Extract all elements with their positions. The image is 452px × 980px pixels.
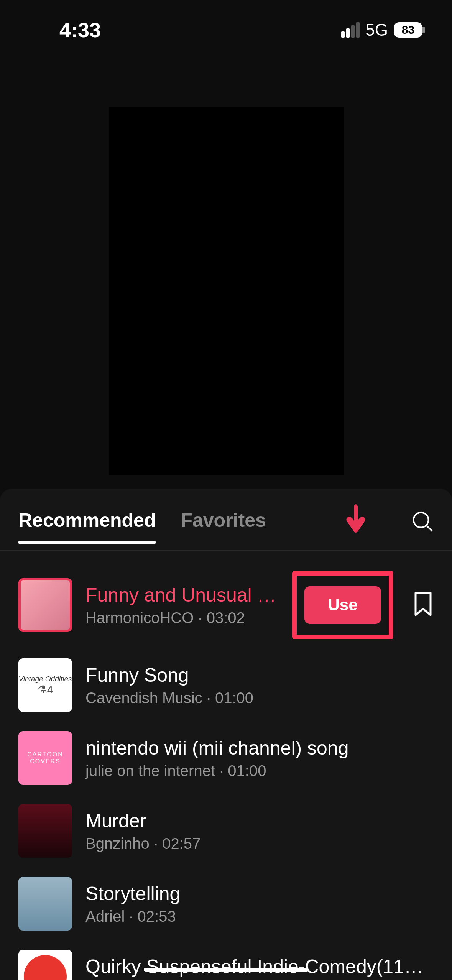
home-indicator[interactable] [144,968,309,972]
sound-meta: julie on the internet · 01:00 [85,762,434,779]
sound-meta: Cavendish Music · 01:00 [85,689,434,707]
sound-title: Funny and Unusual S… [85,584,279,606]
svg-line-1 [427,526,432,531]
sound-list[interactable]: Funny and Unusual S… HarmonicoHCO · 03:0… [0,551,452,980]
sound-row[interactable]: Murder Bgnzinho · 02:57 [18,794,434,867]
sound-title: Storytelling [85,883,434,905]
status-bar: 4:33 5G 83 [0,0,452,46]
battery-icon: 83 [394,22,425,38]
sound-thumbnail[interactable] [18,877,72,931]
sound-thumbnail[interactable] [18,804,72,858]
sound-meta: Bgnzinho · 02:57 [85,835,434,852]
sound-title: nintendo wii (mii channel) song [85,737,434,759]
sound-title: Quirky Suspenseful Indie-Comedy(111… [85,955,434,978]
status-time: 4:33 [59,18,101,42]
sound-meta: HarmonicoHCO · 03:02 [85,609,279,626]
sound-row[interactable]: Quirky Suspenseful Indie-Comedy(111… Ken… [18,940,434,980]
network-label: 5G [365,20,388,39]
sound-row[interactable]: Vintage Oddities⚗4 Funny Song Cavendish … [18,649,434,722]
arrow-annotation-icon [342,502,369,542]
tab-favorites[interactable]: Favorites [181,509,266,543]
video-preview[interactable] [109,107,344,475]
battery-level: 83 [394,22,422,38]
sound-row[interactable]: Storytelling Adriel · 02:53 [18,867,434,940]
sound-thumbnail[interactable]: Vintage Oddities⚗4 [18,658,72,712]
signal-icon [341,22,360,38]
sounds-panel: Recommended Favorites Funny and Unusual … [0,489,452,980]
tabs-row: Recommended Favorites [0,489,452,551]
sound-thumbnail[interactable]: CARTOONCOVERS [18,731,72,785]
search-icon[interactable] [411,510,434,534]
use-button[interactable]: Use [304,586,381,624]
sound-row[interactable]: Funny and Unusual S… HarmonicoHCO · 03:0… [18,561,434,649]
status-indicators: 5G 83 [341,20,425,39]
tab-recommended[interactable]: Recommended [18,509,156,543]
sound-thumbnail[interactable] [18,578,72,632]
bookmark-icon[interactable] [413,591,434,619]
sound-meta: Adriel · 02:53 [85,908,434,925]
sound-row[interactable]: CARTOONCOVERS nintendo wii (mii channel)… [18,722,434,794]
svg-point-0 [414,513,429,528]
sound-thumbnail[interactable] [18,950,72,980]
sound-title: Funny Song [85,664,434,686]
sound-title: Murder [85,810,434,832]
highlight-annotation: Use [292,571,393,639]
